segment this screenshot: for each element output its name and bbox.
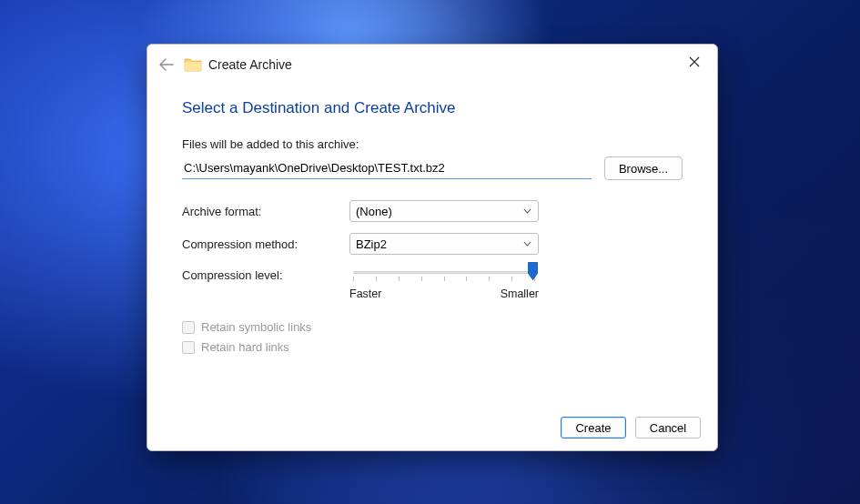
retain-symbolic-label: Retain symbolic links (201, 320, 311, 334)
retain-symbolic-checkbox-row: Retain symbolic links (182, 320, 683, 334)
chevron-down-icon (521, 206, 532, 217)
back-arrow-icon[interactable] (157, 55, 177, 75)
dialog-footer: Create Cancel (147, 405, 717, 450)
archive-path-input[interactable] (182, 157, 592, 179)
slider-thumb[interactable] (528, 262, 538, 280)
page-heading: Select a Destination and Create Archive (182, 99, 683, 117)
archive-format-value: (None) (356, 205, 392, 218)
compression-level-slider[interactable] (349, 266, 539, 286)
archive-path-label: Files will be added to this archive: (182, 137, 683, 151)
window-title: Create Archive (208, 57, 292, 72)
compression-level-label: Compression level: (182, 266, 349, 282)
browse-button[interactable]: Browse... (604, 156, 683, 180)
slider-max-label: Smaller (501, 287, 539, 300)
dialog-content: Select a Destination and Create Archive … (147, 85, 717, 405)
chevron-down-icon (521, 238, 532, 249)
create-button[interactable]: Create (561, 417, 626, 438)
compression-method-value: BZip2 (356, 237, 387, 251)
cancel-button[interactable]: Cancel (635, 417, 701, 438)
retain-hard-checkbox-row: Retain hard links (182, 340, 683, 354)
close-button[interactable] (679, 50, 710, 74)
slider-min-label: Faster (349, 287, 381, 300)
retain-hard-label: Retain hard links (201, 340, 289, 354)
titlebar: Create Archive (147, 45, 717, 85)
retain-symbolic-checkbox (182, 321, 195, 334)
archive-format-select[interactable]: (None) (349, 200, 539, 222)
compression-method-select[interactable]: BZip2 (349, 233, 539, 255)
folder-icon (184, 56, 202, 73)
retain-hard-checkbox (182, 341, 195, 354)
create-archive-dialog: Create Archive Select a Destination and … (147, 44, 718, 451)
archive-format-label: Archive format: (182, 205, 349, 218)
compression-method-label: Compression method: (182, 237, 349, 251)
